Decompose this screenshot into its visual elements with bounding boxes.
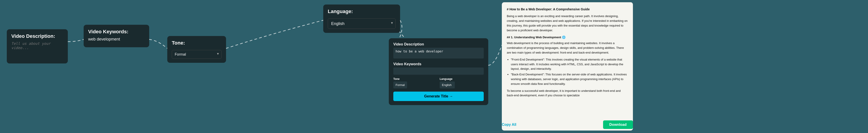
video-keywords-label: Video Keywords: — [88, 29, 145, 35]
composite-tone-label: Tone — [393, 77, 437, 81]
output-panel: # How to Be a Web Developer: A Comprehen… — [502, 2, 633, 131]
video-desc-label: Video Description: — [11, 33, 63, 39]
language-select[interactable]: English Spanish French German Italian — [328, 18, 396, 29]
output-heading: # How to Be a Web Developer: A Comprehen… — [507, 7, 628, 12]
copy-all-button[interactable]: Copy All — [502, 123, 516, 127]
tone-label: Tone: — [172, 40, 221, 46]
download-button[interactable]: Download — [603, 120, 633, 129]
output-section1-heading: ## 1. Understanding Web Development 🌐 — [507, 35, 628, 40]
video-keywords-value: web development — [88, 37, 145, 42]
output-bullet1: "Front-End Development": This involves c… — [511, 57, 628, 71]
language-label: Language: — [328, 8, 396, 14]
composite-language-label: Language — [440, 77, 484, 81]
video-keywords-card: Video Keywords: web development — [84, 25, 149, 47]
video-desc-textarea[interactable] — [11, 41, 63, 58]
output-bullet2: "Back-End Development": This focuses on … — [511, 72, 628, 86]
composite-language-select[interactable]: English Spanish — [440, 82, 455, 88]
output-para2: To become a successful web developer, it… — [507, 89, 628, 98]
output-section1-text: Web development is the process of buildi… — [507, 41, 628, 55]
output-actions: Copy All Download — [502, 120, 633, 129]
composite-desc-label: Video Description — [393, 42, 484, 46]
composite-desc-input[interactable]: how to be a web developer — [393, 48, 484, 58]
video-description-card: Video Description: — [7, 29, 68, 63]
tone-select[interactable]: Formal Casual Friendly Professional Humo… — [172, 50, 221, 59]
composite-tone-select[interactable]: Formal Casual — [393, 82, 407, 88]
composite-keywords-label: Video Keywords — [393, 62, 484, 66]
tone-card: Tone: Formal Casual Friendly Professiona… — [167, 36, 226, 63]
composite-keywords-input[interactable]: web development — [393, 68, 484, 75]
output-para1: Being a web developer is an exciting and… — [507, 14, 628, 33]
generate-title-button[interactable]: Generate Title → — [393, 92, 484, 101]
composite-card: Video Description how to be a web develo… — [389, 38, 488, 105]
language-card: Language: English Spanish French German … — [323, 4, 400, 33]
